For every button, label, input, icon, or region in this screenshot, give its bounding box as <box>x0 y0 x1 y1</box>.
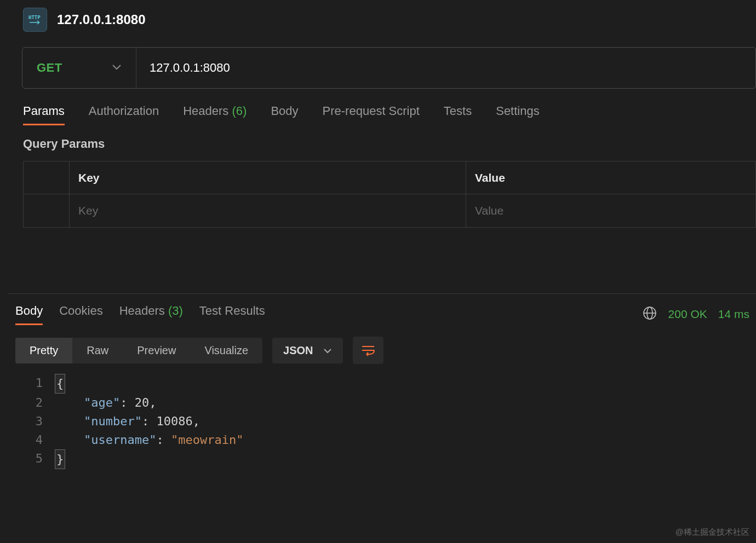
view-pretty[interactable]: Pretty <box>15 338 72 363</box>
table-row <box>24 194 755 227</box>
query-params-title: Query Params <box>8 125 756 161</box>
request-url-bar: GET <box>22 47 756 89</box>
watermark: @稀土掘金技术社区 <box>675 527 749 538</box>
line-number: 5 <box>25 449 55 469</box>
tab-body[interactable]: Body <box>271 104 298 125</box>
tab-tests[interactable]: Tests <box>444 104 472 125</box>
table-header-checkbox <box>24 161 70 194</box>
tab-headers-count: (6) <box>232 104 247 118</box>
http-icon: HTTP <box>23 8 47 32</box>
chevron-down-icon <box>323 344 332 357</box>
row-checkbox[interactable] <box>24 194 70 227</box>
line-number: 1 <box>25 374 55 394</box>
json-key: "number" <box>84 414 142 428</box>
tab-settings[interactable]: Settings <box>496 104 540 125</box>
request-tabs: Params Authorization Headers (6) Body Pr… <box>8 89 756 125</box>
view-raw[interactable]: Raw <box>72 338 123 363</box>
table-header-value: Value <box>466 161 755 194</box>
resp-tab-cookies[interactable]: Cookies <box>59 304 102 325</box>
status-code: 200 OK <box>668 308 707 321</box>
param-value-input[interactable] <box>475 204 747 217</box>
line-number: 3 <box>25 412 55 431</box>
brace-close: } <box>55 449 65 469</box>
resp-tab-body[interactable]: Body <box>15 304 43 325</box>
url-input[interactable] <box>136 48 755 88</box>
format-select[interactable]: JSON <box>272 338 342 363</box>
brace-open: { <box>55 374 65 394</box>
format-label: JSON <box>283 344 313 357</box>
line-number: 4 <box>25 431 55 449</box>
param-key-input[interactable] <box>78 204 457 217</box>
wrap-lines-button[interactable] <box>353 337 383 364</box>
response-panel: Body Cookies Headers (3) Test Results 20… <box>8 293 756 543</box>
view-mode-group: Pretty Raw Preview Visualize <box>15 338 262 363</box>
tab-prerequest[interactable]: Pre-request Script <box>323 104 420 125</box>
tab-headers-label: Headers <box>183 104 228 118</box>
globe-icon[interactable] <box>642 305 657 324</box>
request-title: 127.0.0.1:8080 <box>57 12 145 27</box>
response-tabs: Body Cookies Headers (3) Test Results <box>15 304 265 325</box>
resp-tab-headers-count: (3) <box>168 304 183 317</box>
http-method-select[interactable]: GET <box>22 48 136 88</box>
json-value: 20 <box>135 396 150 409</box>
json-value: 10086 <box>156 414 192 428</box>
request-title-bar: HTTP 127.0.0.1:8080 <box>8 0 756 47</box>
json-key: "username" <box>84 433 156 447</box>
resp-tab-headers[interactable]: Headers (3) <box>119 304 183 325</box>
response-body-view[interactable]: 1{ 2 "age": 20, 3 "number": 10086, 4 "us… <box>15 374 756 469</box>
json-key: "age" <box>84 396 120 409</box>
json-value: "meowrain" <box>171 433 243 447</box>
view-preview[interactable]: Preview <box>123 338 190 363</box>
line-number: 2 <box>25 394 55 412</box>
resp-tab-test-results[interactable]: Test Results <box>199 304 265 325</box>
chevron-down-icon <box>112 63 122 73</box>
tab-params[interactable]: Params <box>23 104 65 125</box>
tab-headers[interactable]: Headers (6) <box>183 104 247 125</box>
http-method-label: GET <box>37 61 62 75</box>
table-header-key: Key <box>70 161 466 194</box>
tab-authorization[interactable]: Authorization <box>89 104 159 125</box>
resp-tab-headers-label: Headers <box>119 304 165 317</box>
status-area: 200 OK 14 ms <box>642 305 749 324</box>
view-visualize[interactable]: Visualize <box>190 338 262 363</box>
table-header-row: Key Value <box>24 161 755 194</box>
status-time: 14 ms <box>718 308 749 321</box>
query-params-table: Key Value <box>23 161 756 228</box>
